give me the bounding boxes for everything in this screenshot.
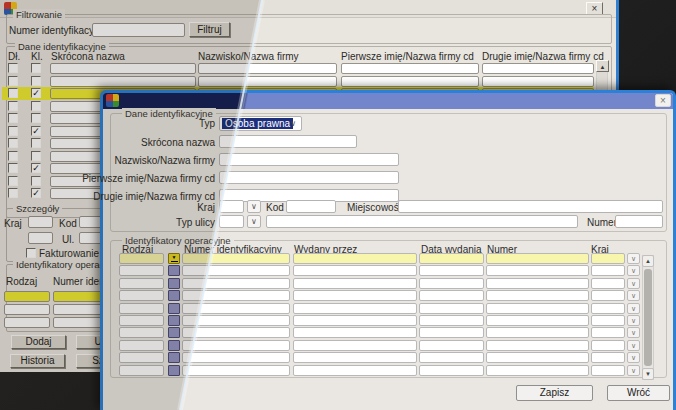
trow-kraj-cell[interactable] xyxy=(591,340,625,351)
trow-wydany-cell[interactable] xyxy=(293,352,417,363)
details-kraj-input[interactable] xyxy=(28,216,53,228)
row-kl-checkbox[interactable]: ✓ xyxy=(31,163,41,173)
trow-numer-cell[interactable] xyxy=(486,327,589,338)
trow-numer-cell[interactable] xyxy=(486,303,589,314)
ops-rodzaj-cell[interactable] xyxy=(4,291,50,302)
row-kl-checkbox[interactable] xyxy=(31,176,41,186)
nazwisko-input[interactable] xyxy=(219,153,399,166)
row-handle-icon[interactable] xyxy=(168,340,180,351)
filter-button[interactable]: Filtruj xyxy=(189,22,230,37)
trow-wydany-cell[interactable] xyxy=(293,365,417,376)
ulica-input[interactable] xyxy=(266,215,578,228)
trow-kraj-cell[interactable] xyxy=(591,253,625,264)
trow-rodzaj-cell[interactable] xyxy=(119,327,164,338)
row-drugie-cell[interactable] xyxy=(482,63,594,74)
row-handle-icon[interactable] xyxy=(168,265,180,276)
trow-rodzaj-cell[interactable] xyxy=(119,303,164,314)
trow-numer-id-cell[interactable] xyxy=(182,315,290,326)
row-dl-checkbox[interactable] xyxy=(8,88,18,98)
trow-dropdown-icon[interactable]: ∨ xyxy=(627,327,640,338)
trow-wydany-cell[interactable] xyxy=(293,315,417,326)
trow-rodzaj-cell[interactable] xyxy=(119,278,164,289)
trow-data-cell[interactable] xyxy=(419,327,484,338)
trow-kraj-cell[interactable] xyxy=(591,365,625,376)
trow-dropdown-icon[interactable]: ∨ xyxy=(627,365,640,376)
trow-kraj-cell[interactable] xyxy=(591,327,625,338)
row-handle-icon[interactable] xyxy=(168,327,180,338)
trow-kraj-cell[interactable] xyxy=(591,278,625,289)
row-handle-icon[interactable] xyxy=(168,365,180,376)
trow-numer-id-cell[interactable] xyxy=(182,327,290,338)
row-dl-checkbox[interactable] xyxy=(8,163,18,173)
row-kl-checkbox[interactable] xyxy=(31,76,41,86)
trow-data-cell[interactable] xyxy=(419,365,484,376)
row-kl-checkbox[interactable]: ✓ xyxy=(31,188,41,198)
trow-dropdown-icon[interactable]: ∨ xyxy=(627,303,640,314)
dodaj-button[interactable]: Dodaj xyxy=(11,335,66,349)
trow-data-cell[interactable] xyxy=(419,315,484,326)
skrocona-input[interactable] xyxy=(219,135,357,148)
row-kl-checkbox[interactable] xyxy=(31,138,41,148)
save-button[interactable]: Zapisz xyxy=(516,385,593,401)
back-button[interactable]: Wróć xyxy=(607,385,670,401)
trow-numer-cell[interactable] xyxy=(486,253,589,264)
row-kl-checkbox[interactable] xyxy=(31,113,41,123)
row-drugie-cell[interactable] xyxy=(482,76,594,87)
trow-wydany-cell[interactable] xyxy=(293,340,417,351)
row-handle-icon[interactable] xyxy=(168,352,180,363)
row-dl-checkbox[interactable] xyxy=(8,188,18,198)
filter-id-input[interactable] xyxy=(92,23,185,37)
trow-data-cell[interactable] xyxy=(419,278,484,289)
trow-wydany-cell[interactable] xyxy=(293,278,417,289)
trow-data-cell[interactable] xyxy=(419,253,484,264)
pierwsze-input[interactable] xyxy=(219,171,399,184)
row-handle-icon[interactable] xyxy=(168,278,180,289)
ops-rodzaj-cell[interactable] xyxy=(4,304,50,315)
trow-numer-cell[interactable] xyxy=(486,340,589,351)
trow-kraj-cell[interactable] xyxy=(591,265,625,276)
typ-combobox[interactable]: Osoba prawna ∨ xyxy=(219,116,302,131)
trow-rodzaj-cell[interactable] xyxy=(119,365,164,376)
row-kl-checkbox[interactable] xyxy=(31,151,41,161)
trow-data-cell[interactable] xyxy=(419,265,484,276)
numer-input[interactable] xyxy=(615,215,663,228)
row-dl-checkbox[interactable] xyxy=(8,76,18,86)
trow-rodzaj-cell[interactable] xyxy=(119,253,164,264)
trow-dropdown-icon[interactable]: ∨ xyxy=(627,278,640,289)
row-dl-checkbox[interactable] xyxy=(8,126,18,136)
typ-ulicy-input[interactable] xyxy=(219,215,244,228)
insert-row-icon[interactable]: ▼ xyxy=(168,253,180,264)
row-dl-checkbox[interactable] xyxy=(8,101,18,111)
trow-rodzaj-cell[interactable] xyxy=(119,290,164,301)
row-dl-checkbox[interactable] xyxy=(8,151,18,161)
trow-numer-id-cell[interactable] xyxy=(182,265,290,276)
trow-numer-id-cell[interactable] xyxy=(182,340,290,351)
kraj-dropdown-icon[interactable]: ∨ xyxy=(247,200,261,213)
trow-kraj-cell[interactable] xyxy=(591,290,625,301)
trow-kraj-cell[interactable] xyxy=(591,352,625,363)
ops-rodzaj-cell[interactable] xyxy=(4,317,50,328)
trow-numer-id-cell[interactable] xyxy=(182,290,290,301)
kraj-input[interactable] xyxy=(219,200,244,213)
trow-wydany-cell[interactable] xyxy=(293,265,417,276)
trow-numer-id-cell[interactable] xyxy=(182,365,290,376)
row-skrocona-cell[interactable] xyxy=(50,63,196,74)
row-handle-icon[interactable] xyxy=(168,303,180,314)
trow-dropdown-icon[interactable]: ∨ xyxy=(627,352,640,363)
trow-dropdown-icon[interactable]: ∨ xyxy=(627,290,640,301)
row-dl-checkbox[interactable] xyxy=(8,176,18,186)
trow-data-cell[interactable] xyxy=(419,352,484,363)
historia-button[interactable]: Historia xyxy=(10,354,65,368)
trow-rodzaj-cell[interactable] xyxy=(119,315,164,326)
trow-rodzaj-cell[interactable] xyxy=(119,352,164,363)
trow-numer-cell[interactable] xyxy=(486,278,589,289)
trow-rodzaj-cell[interactable] xyxy=(119,340,164,351)
row-pierwsze-cell[interactable] xyxy=(341,76,479,87)
trow-wydany-cell[interactable] xyxy=(293,290,417,301)
kod-input[interactable] xyxy=(286,200,336,213)
row-nazwisko-cell[interactable] xyxy=(198,76,337,87)
row-kl-checkbox[interactable]: ✓ xyxy=(31,126,41,136)
trow-dropdown-icon[interactable]: ∨ xyxy=(627,340,640,351)
trow-numer-cell[interactable] xyxy=(486,265,589,276)
trow-numer-id-cell[interactable] xyxy=(182,352,290,363)
